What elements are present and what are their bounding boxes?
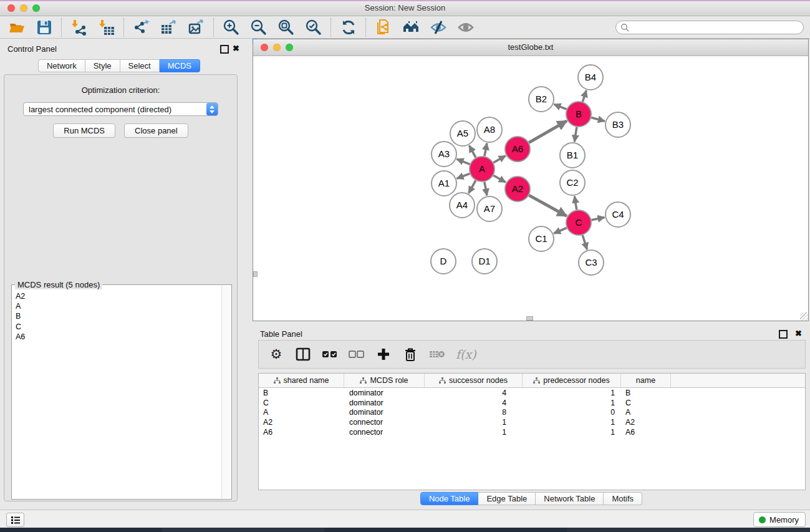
float-panel-icon[interactable] bbox=[220, 45, 229, 54]
node-C2[interactable]: C2 bbox=[560, 170, 585, 195]
select-all-columns-icon[interactable] bbox=[322, 346, 338, 362]
node-A8[interactable]: A8 bbox=[477, 117, 502, 142]
show-all-icon[interactable] bbox=[456, 18, 475, 37]
node-D1[interactable]: D1 bbox=[472, 249, 497, 274]
task-history-button[interactable] bbox=[6, 513, 24, 527]
tab-node-table[interactable]: Node Table bbox=[420, 492, 479, 505]
edge-C-C1[interactable] bbox=[554, 228, 567, 233]
table-close-icon[interactable]: ✖ bbox=[795, 329, 802, 338]
new-network-from-selection-icon[interactable] bbox=[374, 18, 393, 37]
network-window-titlebar[interactable]: testGlobe.txt bbox=[253, 39, 808, 56]
edge-A6-B[interactable] bbox=[529, 121, 567, 143]
edge-A-A4[interactable] bbox=[469, 180, 476, 193]
edge-A-A6[interactable] bbox=[493, 156, 506, 163]
column-header-shared-name[interactable]: shared name bbox=[259, 374, 344, 387]
add-column-icon[interactable] bbox=[375, 346, 392, 362]
node-A[interactable]: A bbox=[470, 157, 494, 181]
tab-network[interactable]: Network bbox=[38, 59, 85, 72]
search-field[interactable] bbox=[615, 21, 804, 34]
memory-button[interactable]: Memory bbox=[753, 512, 806, 527]
node-D[interactable]: D bbox=[431, 249, 456, 274]
zoom-fit-icon[interactable] bbox=[277, 18, 296, 37]
table-row[interactable]: Adominator80A bbox=[259, 408, 805, 418]
node-A2[interactable]: A2 bbox=[505, 177, 530, 201]
close-panel-button[interactable]: Close panel bbox=[124, 123, 188, 138]
unselect-all-columns-icon[interactable] bbox=[349, 346, 365, 362]
node-B3[interactable]: B3 bbox=[605, 112, 630, 137]
open-session-icon[interactable] bbox=[7, 18, 26, 37]
result-item[interactable]: A bbox=[12, 301, 222, 311]
delete-column-icon[interactable] bbox=[402, 346, 418, 362]
export-network-icon[interactable] bbox=[132, 18, 151, 37]
table-row[interactable]: A2connector11A2 bbox=[259, 417, 805, 427]
result-item[interactable]: A6 bbox=[12, 332, 222, 342]
edge-A-A1[interactable] bbox=[457, 173, 470, 178]
edge-B-B1[interactable] bbox=[574, 127, 577, 142]
close-panel-icon[interactable]: ✖ bbox=[233, 44, 239, 53]
node-A7[interactable]: A7 bbox=[477, 196, 502, 221]
hide-selected-icon[interactable] bbox=[429, 18, 448, 37]
export-table-icon[interactable] bbox=[160, 18, 178, 37]
show-columns-icon[interactable] bbox=[295, 346, 311, 362]
node-B4[interactable]: B4 bbox=[578, 65, 603, 90]
edge-C-C2[interactable] bbox=[574, 196, 576, 210]
edge-A-A5[interactable] bbox=[470, 145, 476, 157]
column-header-predecessor-nodes[interactable]: predecessor nodes bbox=[523, 374, 621, 387]
edge-A-A7[interactable] bbox=[485, 182, 487, 196]
save-session-icon[interactable] bbox=[35, 18, 54, 37]
tab-select[interactable]: Select bbox=[120, 59, 160, 72]
export-image-icon[interactable] bbox=[187, 18, 206, 37]
node-B[interactable]: B bbox=[566, 102, 591, 127]
tab-network-table[interactable]: Network Table bbox=[536, 492, 604, 505]
column-header-MCDS-role[interactable]: MCDS role bbox=[344, 374, 425, 387]
first-neighbors-icon[interactable] bbox=[402, 18, 420, 37]
network-canvas[interactable]: B4B2BB3A5A8A6A3B1AA1C2A2A4A7C4CC1C3DD1 bbox=[253, 56, 808, 321]
node-B2[interactable]: B2 bbox=[529, 87, 554, 112]
edge-A-A2[interactable] bbox=[493, 175, 506, 182]
edge-B-B2[interactable] bbox=[554, 104, 566, 109]
result-item[interactable]: B bbox=[12, 311, 222, 321]
edge-A-A8[interactable] bbox=[485, 143, 487, 157]
node-C1[interactable]: C1 bbox=[529, 226, 554, 251]
import-network-icon[interactable] bbox=[70, 18, 89, 37]
run-mcds-button[interactable]: Run MCDS bbox=[53, 123, 115, 138]
function-builder-icon[interactable]: f(x) bbox=[456, 346, 476, 362]
node-B1[interactable]: B1 bbox=[560, 143, 585, 168]
zoom-in-icon[interactable] bbox=[222, 18, 241, 37]
edge-B-B3[interactable] bbox=[591, 117, 604, 121]
mcds-result-list[interactable]: A2ABCA6 bbox=[12, 286, 222, 498]
table-float-icon[interactable] bbox=[779, 330, 788, 339]
column-header-successor-nodes[interactable]: successor nodes bbox=[425, 374, 523, 387]
result-item[interactable]: A2 bbox=[12, 291, 222, 301]
node-A4[interactable]: A4 bbox=[450, 193, 475, 218]
refresh-icon[interactable] bbox=[339, 18, 358, 37]
edge-B-B4[interactable] bbox=[582, 90, 586, 102]
tab-edge-table[interactable]: Edge Table bbox=[478, 492, 536, 505]
tab-mcds[interactable]: MCDS bbox=[160, 59, 200, 72]
node-C[interactable]: C bbox=[566, 210, 591, 235]
table-settings-icon[interactable]: ⚙ bbox=[268, 346, 284, 362]
result-list-scrollbar[interactable] bbox=[221, 286, 231, 498]
result-item[interactable]: C bbox=[12, 322, 222, 332]
node-A3[interactable]: A3 bbox=[432, 142, 456, 167]
node-A1[interactable]: A1 bbox=[432, 171, 456, 196]
tab-motifs[interactable]: Motifs bbox=[604, 492, 642, 505]
column-header-name[interactable]: name bbox=[621, 374, 671, 387]
window-resize-grip[interactable] bbox=[800, 312, 808, 321]
node-A6[interactable]: A6 bbox=[505, 137, 530, 162]
edge-A2-C[interactable] bbox=[529, 195, 566, 216]
node-A5[interactable]: A5 bbox=[450, 121, 475, 146]
zoom-out-icon[interactable] bbox=[249, 18, 268, 37]
table-row[interactable]: A6connector11A6 bbox=[259, 427, 805, 437]
table-row[interactable]: Cdominator41C bbox=[259, 398, 805, 408]
canvas-vertical-scrollthumb[interactable] bbox=[253, 271, 258, 277]
canvas-horizontal-scrollthumb[interactable] bbox=[526, 316, 533, 321]
node-C3[interactable]: C3 bbox=[579, 250, 604, 275]
edge-A-A3[interactable] bbox=[456, 159, 470, 164]
criterion-dropdown[interactable]: largest connected component (directed) bbox=[23, 102, 218, 116]
edge-C-C4[interactable] bbox=[592, 217, 605, 220]
edge-C-C3[interactable] bbox=[582, 235, 587, 249]
table-row[interactable]: Bdominator41B bbox=[259, 388, 805, 398]
zoom-selected-icon[interactable] bbox=[304, 18, 323, 37]
delete-table-icon[interactable] bbox=[429, 346, 445, 362]
